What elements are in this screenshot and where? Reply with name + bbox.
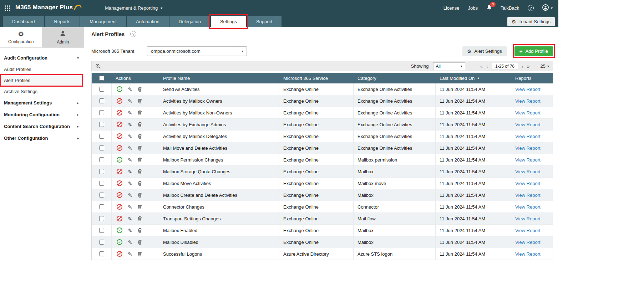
tab-reports[interactable]: Reports: [45, 16, 80, 27]
row-checkbox[interactable]: [99, 122, 104, 127]
page-size-select[interactable]: 25 ▾: [541, 63, 549, 69]
add-profile-button[interactable]: + Add Profile: [514, 46, 553, 56]
row-checkbox[interactable]: [99, 98, 104, 103]
row-checkbox[interactable]: [99, 181, 104, 186]
edit-icon[interactable]: ✎: [128, 122, 132, 127]
delete-icon[interactable]: [138, 169, 142, 174]
row-checkbox[interactable]: [99, 204, 104, 209]
tab-delegation[interactable]: Delegation: [169, 16, 210, 27]
tab-dashboard[interactable]: Dashboard: [3, 16, 44, 27]
help-icon[interactable]: ?: [528, 5, 534, 11]
sidebar-group-monitoring-configuration[interactable]: Monitoring Configuration ▸: [0, 109, 84, 121]
edit-icon[interactable]: ✎: [128, 98, 132, 104]
edit-icon[interactable]: ✎: [128, 228, 132, 233]
sidebar-item-archive-settings[interactable]: Archive Settings: [0, 86, 84, 97]
jobs-link[interactable]: Jobs: [468, 5, 477, 11]
row-checkbox[interactable]: [99, 193, 104, 198]
delete-icon[interactable]: [138, 134, 142, 139]
view-report-link[interactable]: View Report: [515, 181, 541, 186]
mode-admin[interactable]: Admin: [42, 27, 84, 47]
row-checkbox[interactable]: [99, 87, 104, 92]
previous-page-button[interactable]: ‹: [486, 64, 488, 69]
delete-icon[interactable]: [138, 87, 142, 92]
view-report-link[interactable]: View Report: [515, 134, 541, 139]
search-icon[interactable]: [95, 63, 101, 69]
view-report-link[interactable]: View Report: [515, 216, 541, 221]
talkback-link[interactable]: TalkBack: [501, 5, 519, 11]
delete-icon[interactable]: [138, 193, 142, 198]
view-report-link[interactable]: View Report: [515, 228, 541, 233]
row-checkbox[interactable]: [99, 157, 104, 162]
last-page-button[interactable]: »: [527, 64, 530, 69]
view-report-link[interactable]: View Report: [515, 87, 541, 92]
sidebar-item-audit-profiles[interactable]: Audit Profiles: [0, 64, 84, 75]
edit-icon[interactable]: ✎: [128, 134, 132, 139]
page-help-icon[interactable]: ?: [130, 31, 136, 37]
delete-icon[interactable]: [138, 204, 142, 209]
view-report-link[interactable]: View Report: [515, 240, 541, 245]
context-switcher[interactable]: Management & Reporting ▾: [105, 5, 162, 11]
view-report-link[interactable]: View Report: [515, 98, 541, 104]
delete-icon[interactable]: [138, 228, 142, 233]
tenant-settings-button[interactable]: ⚙ Tenant Settings: [507, 17, 555, 26]
edit-icon[interactable]: ✎: [128, 110, 132, 116]
view-report-link[interactable]: View Report: [515, 122, 541, 127]
row-checkbox[interactable]: [99, 145, 104, 150]
app-grid-icon[interactable]: [4, 5, 11, 11]
row-checkbox[interactable]: [99, 240, 104, 245]
edit-icon[interactable]: ✎: [128, 181, 132, 186]
delete-icon[interactable]: [138, 240, 142, 245]
view-report-link[interactable]: View Report: [515, 193, 541, 198]
delete-icon[interactable]: [138, 122, 142, 127]
sidebar-item-alert-profiles[interactable]: Alert Profiles: [0, 75, 84, 86]
edit-icon[interactable]: ✎: [128, 193, 132, 198]
view-report-link[interactable]: View Report: [515, 204, 541, 210]
delete-icon[interactable]: [138, 98, 142, 103]
tab-automation[interactable]: Automation: [127, 16, 169, 27]
edit-icon[interactable]: ✎: [128, 240, 132, 245]
delete-icon[interactable]: [138, 216, 142, 221]
next-page-button[interactable]: ›: [522, 64, 523, 69]
tab-management[interactable]: Management: [80, 16, 126, 27]
tab-settings[interactable]: Settings: [211, 16, 246, 27]
tab-support[interactable]: Support: [247, 16, 282, 27]
reports-cell: View Report: [511, 201, 554, 213]
license-link[interactable]: License: [443, 5, 460, 11]
row-checkbox[interactable]: [99, 228, 104, 233]
edit-icon[interactable]: ✎: [128, 204, 132, 210]
delete-icon[interactable]: [138, 110, 142, 115]
account-menu[interactable]: ▾: [542, 4, 553, 12]
delete-icon[interactable]: [138, 157, 142, 162]
edit-icon[interactable]: ✎: [128, 169, 132, 174]
edit-icon[interactable]: ✎: [128, 145, 132, 151]
showing-filter-select[interactable]: All ▾: [433, 62, 465, 70]
edit-icon[interactable]: ✎: [128, 251, 132, 257]
row-checkbox[interactable]: [99, 134, 104, 139]
alert-settings-button[interactable]: ⚙ Alert Settings: [462, 46, 507, 56]
row-checkbox[interactable]: [99, 110, 104, 115]
sidebar-group-other-configuration[interactable]: Other Configuration ▸: [0, 132, 84, 144]
delete-icon[interactable]: [138, 251, 142, 256]
sidebar-group-content-search-configuration[interactable]: Content Search Configuration ▸: [0, 121, 84, 132]
notifications-button[interactable]: 3: [486, 5, 492, 12]
view-report-link[interactable]: View Report: [515, 251, 541, 257]
view-report-link[interactable]: View Report: [515, 157, 541, 163]
view-report-link[interactable]: View Report: [515, 145, 541, 151]
delete-icon[interactable]: [138, 181, 142, 186]
sidebar-group-audit-configuration[interactable]: Audit Configuration ▾: [0, 52, 84, 64]
edit-icon[interactable]: ✎: [128, 216, 132, 221]
sidebar-group-management-settings[interactable]: Management Settings ▸: [0, 97, 84, 109]
row-checkbox[interactable]: [99, 169, 104, 174]
column-header-last-modified[interactable]: Last Modified On ▲: [436, 76, 511, 81]
row-checkbox[interactable]: [99, 251, 104, 256]
tenant-select[interactable]: ompqa.onmicrosoft.com ▾: [147, 46, 247, 56]
select-all-checkbox[interactable]: [99, 76, 104, 81]
first-page-button[interactable]: «: [480, 64, 483, 69]
view-report-link[interactable]: View Report: [515, 169, 541, 174]
row-checkbox[interactable]: [99, 216, 104, 221]
edit-icon[interactable]: ✎: [128, 157, 132, 163]
view-report-link[interactable]: View Report: [515, 110, 541, 116]
edit-icon[interactable]: ✎: [128, 87, 132, 92]
mode-configuration[interactable]: ⚙ Configuration: [0, 27, 42, 47]
delete-icon[interactable]: [138, 145, 142, 150]
